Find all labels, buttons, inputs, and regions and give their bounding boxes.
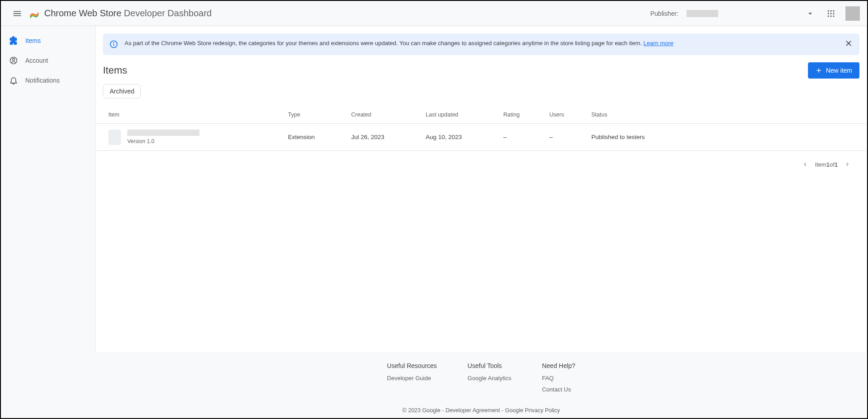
- sidebar-item-items[interactable]: Items: [1, 31, 92, 51]
- app-header: Chrome Web Store Developer Dashboard Pub…: [1, 1, 867, 26]
- menu-button[interactable]: [8, 5, 26, 23]
- pager-of: of: [830, 161, 835, 168]
- footer-link-analytics[interactable]: Google Analytics: [468, 375, 511, 382]
- new-item-button[interactable]: New item: [808, 62, 859, 79]
- account-avatar[interactable]: [845, 6, 860, 21]
- pager-next-button[interactable]: [840, 157, 855, 172]
- sidebar-item-notifications[interactable]: Notifications: [1, 70, 92, 90]
- item-name-redacted: [127, 130, 200, 136]
- sidebar-item-label: Items: [25, 37, 41, 44]
- account-icon: [9, 56, 18, 65]
- svg-point-8: [833, 15, 834, 17]
- cell-type: Extension: [288, 134, 351, 140]
- footer-link-faq[interactable]: FAQ: [542, 375, 576, 382]
- sidebar-item-label: Account: [25, 57, 48, 64]
- copyright-year: © 2023 Google: [403, 407, 441, 414]
- chevron-left-icon: [800, 160, 809, 169]
- copyright: © 2023 Google - Developer Agreement - Go…: [95, 407, 867, 414]
- items-table: Item Type Created Last updated Rating Us…: [96, 106, 867, 151]
- close-icon: [844, 39, 853, 48]
- info-icon: [109, 40, 118, 49]
- col-header-type: Type: [288, 112, 351, 118]
- plus-icon: [815, 67, 822, 74]
- footer-heading: Need Help?: [542, 362, 576, 369]
- col-header-rating: Rating: [503, 112, 549, 118]
- footer-col-help: Need Help? FAQ Contact Us: [542, 362, 576, 397]
- footer: Useful Resources Developer Guide Useful …: [95, 352, 867, 418]
- footer-link-developer-guide[interactable]: Developer Guide: [387, 375, 437, 382]
- cell-created: Jul 26, 2023: [351, 134, 426, 140]
- pager-current: 1: [826, 161, 830, 168]
- col-header-created: Created: [351, 112, 426, 118]
- svg-point-1: [830, 10, 831, 11]
- svg-point-0: [828, 10, 829, 11]
- table-header-row: Item Type Created Last updated Rating Us…: [96, 106, 867, 124]
- banner-text: As part of the Chrome Web Store redesign…: [125, 40, 643, 47]
- svg-point-3: [828, 13, 829, 14]
- new-item-label: New item: [826, 67, 852, 74]
- cws-logo-icon: [29, 8, 40, 19]
- chevron-down-icon: [806, 9, 815, 18]
- publisher-value-redacted: [687, 10, 718, 17]
- item-version: Version 1.0: [127, 138, 154, 144]
- bell-icon: [9, 76, 18, 85]
- svg-point-7: [830, 15, 831, 17]
- item-thumbnail-icon: [108, 130, 121, 145]
- brand-light: Developer Dashboard: [124, 8, 212, 18]
- brand-bold: Chrome Web Store: [44, 8, 121, 18]
- banner-learn-more-link[interactable]: Learn more: [643, 40, 673, 47]
- sidebar-item-account[interactable]: Account: [1, 51, 92, 70]
- hamburger-icon: [12, 9, 22, 19]
- apps-grid-icon: [826, 9, 836, 18]
- page-title: Items: [103, 65, 127, 76]
- extension-icon: [9, 36, 18, 45]
- cell-rating: –: [503, 134, 549, 140]
- footer-link-privacy[interactable]: Google Privacy Policy: [505, 407, 560, 414]
- publisher-dropdown[interactable]: [683, 6, 818, 21]
- footer-col-tools: Useful Tools Google Analytics: [468, 362, 511, 397]
- footer-heading: Useful Tools: [468, 362, 511, 369]
- archived-filter-chip[interactable]: Archived: [103, 84, 141, 98]
- apps-grid-button[interactable]: [822, 5, 840, 23]
- col-header-updated: Last updated: [426, 112, 503, 118]
- banner-text-wrap: As part of the Chrome Web Store redesign…: [125, 40, 673, 47]
- footer-heading: Useful Resources: [387, 362, 437, 369]
- publisher-label: Publisher:: [650, 10, 678, 17]
- pagination: Item 1 of 1: [96, 151, 867, 178]
- info-banner: As part of the Chrome Web Store redesign…: [103, 33, 859, 55]
- footer-link-contact[interactable]: Contact Us: [542, 386, 576, 393]
- footer-link-dev-agreement[interactable]: Developer Agreement: [446, 407, 500, 414]
- svg-point-10: [13, 58, 15, 61]
- brand-title: Chrome Web Store Developer Dashboard: [44, 8, 212, 19]
- sidebar-item-label: Notifications: [25, 77, 60, 84]
- cell-users: –: [549, 134, 591, 140]
- svg-point-5: [833, 13, 834, 14]
- cell-status: Published to testers: [591, 134, 682, 140]
- cell-updated: Aug 10, 2023: [426, 134, 503, 140]
- table-row[interactable]: Version 1.0 Extension Jul 26, 2023 Aug 1…: [96, 124, 867, 151]
- pager-text-prefix: Item: [815, 161, 826, 168]
- svg-point-2: [833, 10, 834, 11]
- col-header-users: Users: [549, 112, 591, 118]
- col-header-status: Status: [591, 112, 682, 118]
- pager-total: 1: [835, 161, 838, 168]
- chevron-right-icon: [843, 160, 852, 169]
- col-header-item: Item: [103, 112, 288, 118]
- svg-point-4: [830, 13, 831, 14]
- pager-prev-button[interactable]: [798, 157, 812, 172]
- svg-point-13: [114, 42, 114, 43]
- footer-col-resources: Useful Resources Developer Guide: [387, 362, 437, 397]
- svg-point-6: [828, 15, 829, 17]
- sidebar: Items Account Notifications: [1, 26, 95, 418]
- banner-close-button[interactable]: [842, 37, 855, 51]
